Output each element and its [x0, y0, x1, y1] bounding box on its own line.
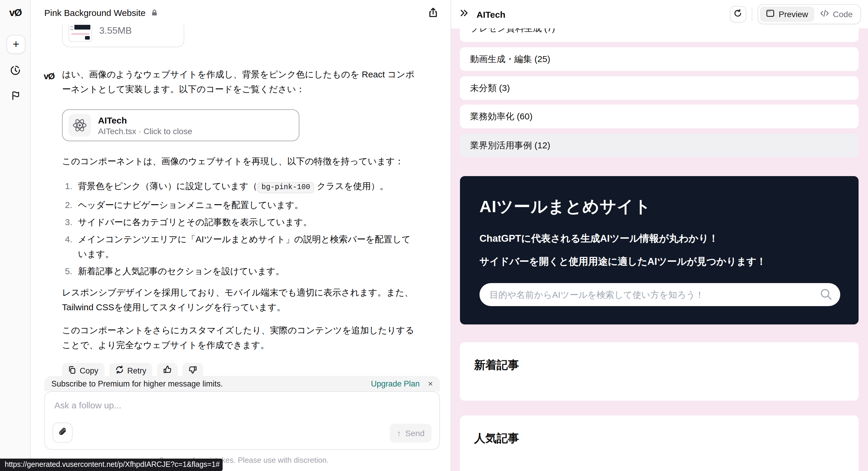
react-atom-icon	[68, 114, 91, 137]
project-title: Pink Background Website	[44, 7, 146, 18]
follow-up-input[interactable]	[54, 400, 430, 418]
message-paragraph: このコンポーネントをさらにカスタマイズしたり、実際のコンテンツを追加したりするこ…	[62, 323, 416, 352]
thumbs-up-icon	[163, 365, 172, 376]
composer: ↑ Send	[44, 391, 440, 450]
features-intro: このコンポーネントは、画像のウェブサイトを再現し、以下の特徴を持っています：	[62, 154, 416, 169]
code-icon	[820, 9, 829, 20]
v0-app-window: vØ + Pink Background Website	[0, 0, 868, 471]
feedback-button[interactable]	[0, 90, 31, 103]
hero-card: AIツールまとめサイト ChatGPTに代表される生成AIツール情報が丸わかり！…	[460, 176, 859, 324]
message-intro: vØ はい、画像のようなウェブサイトを作成し、背景をピンク色にしたものを Rea…	[62, 67, 416, 96]
collapse-panel-button[interactable]	[459, 8, 469, 20]
retry-button[interactable]: Retry	[109, 363, 152, 376]
thumbs-down-icon	[188, 365, 197, 376]
preview-panel: AITech	[451, 0, 868, 471]
category-item[interactable]: 業界別活用事例 (12)	[460, 134, 859, 157]
paperclip-icon	[58, 427, 68, 439]
link-status-bar: https://generated.vusercontent.net/p/Xfh…	[0, 459, 223, 471]
features-list: 背景色をピンク（薄い）に設定しています（bg-pink-100 クラスを使用）。…	[62, 178, 416, 278]
message-actions: Copy Retry	[62, 363, 416, 376]
view-toggle: Preview Code	[757, 4, 861, 24]
divider	[751, 8, 752, 21]
tool-search-input[interactable]	[479, 283, 840, 306]
list-item: サイドバーに各カテゴリとその記事数を表示しています。	[62, 214, 416, 229]
upgrade-plan-link[interactable]: Upgrade Plan	[371, 379, 420, 388]
attachment-size: 3.55MB	[99, 25, 132, 36]
category-item[interactable]: プレゼン資料生成 (7)	[460, 28, 859, 42]
refresh-icon	[733, 9, 742, 20]
refresh-button[interactable]	[730, 6, 746, 23]
list-item: ヘッダーにナビゲーションメニューを配置しています。	[62, 197, 416, 212]
attach-file-button[interactable]	[53, 422, 73, 443]
inline-code: bg-pink-100	[257, 182, 314, 193]
history-clock-icon	[10, 65, 21, 78]
new-articles-card: 新着記事	[460, 342, 859, 401]
preview-controls: Preview Code	[730, 4, 861, 24]
retry-icon	[115, 365, 124, 376]
component-meta: AITech AITech.tsx · Click to close	[98, 114, 192, 136]
thumbs-up-button[interactable]	[157, 363, 178, 376]
message-paragraph: レスポンシブデザインを採用しており、モバイル端末でも適切に表示されます。また、T…	[62, 285, 416, 315]
category-item[interactable]: 未分類 (3)	[460, 76, 859, 100]
thumbs-down-button[interactable]	[182, 363, 203, 376]
icon-rail: vØ +	[0, 0, 31, 471]
hero-subtitle: サイドバーを開くと使用用途に適したAIツールが見つかります！	[479, 255, 842, 268]
share-button[interactable]	[428, 7, 439, 18]
hero-subtitle: ChatGPTに代表される生成AIツール情報が丸わかり！	[479, 232, 842, 245]
premium-banner-text: Subscribe to Premium for higher message …	[51, 379, 223, 388]
preview-header: AITech	[451, 0, 868, 28]
popular-articles-card: 人気記事	[460, 415, 859, 471]
tab-preview[interactable]: Preview	[760, 6, 814, 22]
arrow-up-icon: ↑	[397, 429, 401, 438]
premium-banner: Subscribe to Premium for higher message …	[44, 376, 440, 391]
private-lock-icon	[151, 8, 159, 16]
category-item[interactable]: 業務効率化 (60)	[460, 105, 859, 128]
list-item: メインコンテンツエリアに「AIツールまとめサイト」の説明と検索バーを配置していま…	[62, 232, 416, 261]
hero-title: AIツールまとめサイト	[479, 196, 842, 218]
copy-icon	[68, 365, 76, 376]
send-button[interactable]: ↑ Send	[390, 424, 432, 443]
assistant-message: vØ はい、画像のようなウェブサイトを作成し、背景をピンク色にしたものを Rea…	[62, 67, 416, 376]
chat-panel: Pink Background Website 3.55MB	[31, 0, 451, 471]
section-title: 人気記事	[474, 431, 844, 446]
search-icon	[819, 288, 833, 303]
copy-button[interactable]: Copy	[62, 363, 104, 376]
browser-window-icon	[766, 9, 774, 20]
composer-zone: Subscribe to Premium for higher message …	[44, 376, 440, 471]
component-name: AITech	[98, 114, 192, 125]
preview-viewport[interactable]: プレゼン資料生成 (7) 動画生成・編集 (25) 未分類 (3) 業務効率化 …	[451, 28, 868, 471]
banner-close-icon[interactable]: ×	[428, 379, 433, 388]
chat-header: Pink Background Website	[31, 0, 451, 25]
hero-search	[479, 283, 840, 306]
component-subtitle: AITech.tsx · Click to close	[98, 125, 192, 136]
list-item: 背景色をピンク（薄い）に設定しています（bg-pink-100 クラスを使用）。	[62, 178, 416, 195]
v0-avatar-icon: vØ	[44, 68, 54, 83]
history-button[interactable]	[0, 65, 31, 78]
new-chat-button[interactable]: +	[6, 35, 25, 54]
category-item[interactable]: 動画生成・編集 (25)	[460, 47, 859, 71]
flag-icon	[10, 90, 20, 103]
section-title: 新着記事	[474, 357, 844, 373]
plus-icon: +	[13, 38, 19, 51]
preview-title: AITech	[476, 9, 505, 19]
component-card[interactable]: AITech AITech.tsx · Click to close	[62, 109, 299, 141]
list-item: 新着記事と人気記事のセクションを設けています。	[62, 264, 416, 278]
chevrons-right-icon	[459, 8, 469, 20]
v0-logo[interactable]: vØ	[0, 7, 31, 19]
tab-code[interactable]: Code	[814, 6, 859, 22]
chat-scroll-area[interactable]: 3.55MB vØ はい、画像のようなウェブサイトを作成し、背景をピンク色にした…	[31, 0, 451, 376]
